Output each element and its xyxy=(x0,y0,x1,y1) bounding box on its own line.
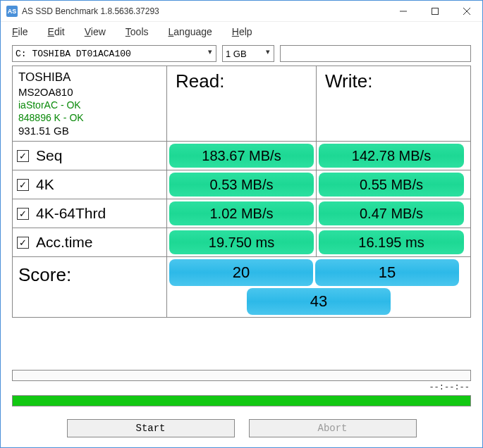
titlebar[interactable]: AS AS SSD Benchmark 1.8.5636.37293 xyxy=(1,1,482,22)
minimize-button[interactable] xyxy=(387,1,419,22)
device-info-cell: TOSHIBA MS2OA810 iaStorAC - OK 848896 K … xyxy=(13,66,167,141)
score-write: 15 xyxy=(315,259,459,286)
acc-read-value: 19.750 ms xyxy=(169,230,314,254)
4k-label: 4K xyxy=(36,176,54,193)
menu-language[interactable]: Language xyxy=(169,26,212,37)
maximize-icon xyxy=(432,8,439,15)
4k64-label-cell: ✓ 4K-64Thrd xyxy=(13,199,167,228)
menu-file[interactable]: File xyxy=(12,26,28,37)
device-name: TOSHIBA xyxy=(18,70,71,85)
4k64-read-value: 1.02 MB/s xyxy=(169,201,314,225)
alignment-status: 848896 K - OK xyxy=(18,112,84,123)
overall-progress-bar xyxy=(12,395,471,406)
menu-tools[interactable]: Tools xyxy=(126,26,149,37)
start-button[interactable]: Start xyxy=(67,419,235,437)
results-grid: TOSHIBA MS2OA810 iaStorAC - OK 848896 K … xyxy=(12,66,471,318)
score-read: 20 xyxy=(169,259,313,286)
menu-view[interactable]: View xyxy=(85,26,106,37)
progress-bar xyxy=(12,370,471,381)
score-total: 43 xyxy=(247,288,391,315)
search-input[interactable] xyxy=(280,45,471,62)
minimize-icon xyxy=(400,8,407,15)
controls-row: C: TOSHIBA DT01ACA100 1 GB xyxy=(1,42,482,66)
button-row: Start Abort xyxy=(1,406,482,447)
window-title: AS SSD Benchmark 1.8.5636.37293 xyxy=(22,6,387,16)
elapsed-time: --:--:-- xyxy=(1,382,482,394)
seq-label: Seq xyxy=(36,147,62,164)
write-header: Write: xyxy=(317,66,466,141)
4k-read-value: 0.53 MB/s xyxy=(169,173,314,197)
score-label: Score: xyxy=(13,257,167,317)
app-window: AS AS SSD Benchmark 1.8.5636.37293 File … xyxy=(0,0,483,448)
row-4k64: ✓ 4K-64Thrd 1.02 MB/s 0.47 MB/s xyxy=(13,199,470,228)
seq-read-value: 183.67 MB/s xyxy=(169,144,314,168)
device-model: MS2OA810 xyxy=(18,86,73,98)
read-header: Read: xyxy=(167,66,317,141)
4k-checkbox[interactable]: ✓ xyxy=(17,179,29,191)
close-button[interactable] xyxy=(451,1,482,22)
row-score: Score: 20 15 43 xyxy=(13,257,470,317)
seq-checkbox[interactable]: ✓ xyxy=(17,150,29,162)
menubar: File Edit View Tools Language Help xyxy=(1,22,482,42)
close-icon xyxy=(463,8,470,15)
drive-select[interactable]: C: TOSHIBA DT01ACA100 xyxy=(12,45,216,62)
4k-write-value: 0.55 MB/s xyxy=(319,173,464,197)
acc-checkbox[interactable]: ✓ xyxy=(17,237,29,249)
device-capacity: 931.51 GB xyxy=(18,125,69,137)
seq-write-value: 142.78 MB/s xyxy=(319,144,464,168)
test-size-select[interactable]: 1 GB xyxy=(222,45,274,62)
row-4k: ✓ 4K 0.53 MB/s 0.55 MB/s xyxy=(13,170,470,199)
driver-status: iaStorAC - OK xyxy=(18,99,81,111)
4k64-label: 4K-64Thrd xyxy=(36,205,106,222)
menu-edit[interactable]: Edit xyxy=(48,26,65,37)
acc-label-cell: ✓ Acc.time xyxy=(13,228,167,256)
row-acc: ✓ Acc.time 19.750 ms 16.195 ms xyxy=(13,228,470,257)
menu-help[interactable]: Help xyxy=(232,26,252,37)
score-area: 20 15 43 xyxy=(167,257,470,317)
4k64-write-value: 0.47 MB/s xyxy=(319,201,464,225)
4k64-checkbox[interactable]: ✓ xyxy=(17,208,29,220)
svg-rect-1 xyxy=(432,8,438,14)
row-seq: ✓ Seq 183.67 MB/s 142.78 MB/s xyxy=(13,142,470,170)
acc-label: Acc.time xyxy=(36,234,93,251)
4k-label-cell: ✓ 4K xyxy=(13,170,167,199)
maximize-button[interactable] xyxy=(419,1,451,22)
acc-write-value: 16.195 ms xyxy=(319,230,464,254)
seq-label-cell: ✓ Seq xyxy=(13,142,167,170)
abort-button: Abort xyxy=(249,419,417,437)
app-icon: AS xyxy=(6,6,18,17)
